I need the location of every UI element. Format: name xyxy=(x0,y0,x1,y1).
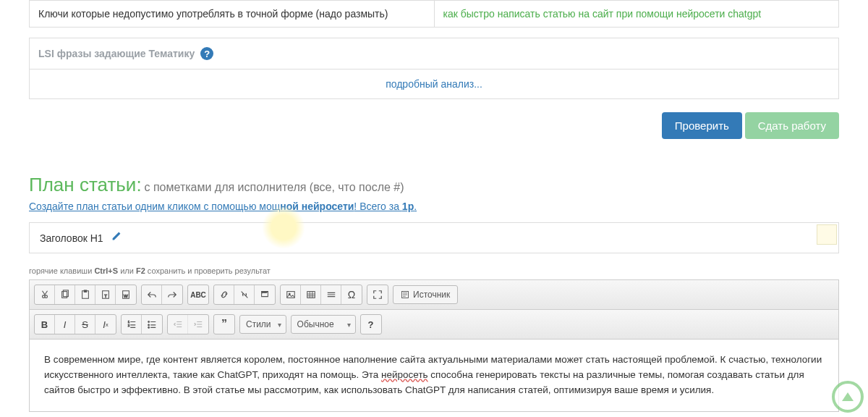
svg-point-16 xyxy=(148,327,150,328)
format-dropdown[interactable]: Обычное xyxy=(291,315,356,334)
numbered-list-icon[interactable]: 12 xyxy=(122,315,142,334)
anchor-icon[interactable] xyxy=(255,285,275,304)
hot-pre: горячие клавиши xyxy=(29,266,94,275)
cut-icon[interactable] xyxy=(35,285,55,304)
unlink-icon[interactable] xyxy=(234,285,255,304)
plan-title: План статьи: xyxy=(29,174,142,195)
undo-icon[interactable] xyxy=(142,285,162,304)
plan-link-bold: ной нейросети xyxy=(280,201,354,212)
strike-icon[interactable]: S xyxy=(75,315,95,334)
svg-rect-10 xyxy=(307,292,315,298)
scroll-to-top-button[interactable] xyxy=(832,381,864,413)
hot-k2: F2 xyxy=(136,266,145,275)
svg-point-15 xyxy=(148,324,150,326)
copy-icon[interactable] xyxy=(55,285,75,304)
bold-icon[interactable]: B xyxy=(35,315,55,334)
svg-point-14 xyxy=(148,321,150,322)
thumbnail-icon[interactable] xyxy=(817,224,837,245)
hr-icon[interactable] xyxy=(321,285,341,304)
help-icon[interactable]: ? xyxy=(200,47,213,60)
svg-rect-3 xyxy=(84,290,87,292)
svg-text:2: 2 xyxy=(127,324,129,327)
paste-icon[interactable] xyxy=(75,285,95,304)
create-plan-link[interactable]: Создайте план статьи одним кликом с помо… xyxy=(29,201,417,212)
svg-rect-8 xyxy=(286,292,294,298)
plan-subtitle: с пометками для исполнителя (все, что по… xyxy=(145,181,404,193)
styles-label: Стили xyxy=(246,319,271,329)
rich-text-editor: T W ABC Ω xyxy=(29,279,839,412)
plan-link-text-1: Создайте план статьи одним кликом с помо… xyxy=(29,201,280,212)
spell-error-word[interactable]: нейросеть xyxy=(381,369,428,380)
hot-mid: или xyxy=(118,266,136,275)
hotkeys-hint: горячие клавиши Ctrl+S или F2 сохранить … xyxy=(29,266,839,275)
spellcheck-icon[interactable]: ABC xyxy=(188,285,208,304)
bullet-list-icon[interactable] xyxy=(142,315,162,334)
lsi-panel: LSI фразы задающие Тематику ? подробный … xyxy=(29,38,839,99)
plan-link-dot: . xyxy=(414,201,417,212)
keys-right-cell: как быстро написать статью на сайт при п… xyxy=(434,1,839,28)
image-icon[interactable] xyxy=(281,285,301,304)
redo-icon[interactable] xyxy=(162,285,182,304)
hot-k1: Ctrl+S xyxy=(94,266,118,275)
lsi-title: LSI фразы задающие Тематику xyxy=(38,48,195,59)
hot-post: сохранить и проверить результат xyxy=(145,266,271,275)
lsi-header: LSI фразы задающие Тематику ? xyxy=(30,38,838,69)
table-icon[interactable] xyxy=(301,285,321,304)
maximize-icon[interactable] xyxy=(367,285,388,304)
blockquote-icon[interactable]: ” xyxy=(214,315,234,334)
article-plan-section: План статьи: с пометками для исполнителя… xyxy=(29,174,839,412)
keys-left-cell: Ключи которые недопустимо употреблять в … xyxy=(30,1,435,28)
specialchar-icon[interactable]: Ω xyxy=(341,285,362,304)
styles-dropdown[interactable]: Стили xyxy=(239,315,286,334)
editor-toolbar-row1: T W ABC Ω xyxy=(30,280,838,310)
paste-text-icon[interactable]: T xyxy=(95,285,116,304)
indent-icon[interactable] xyxy=(188,315,208,334)
remove-format-icon[interactable]: Ix xyxy=(95,315,116,334)
source-label: Источник xyxy=(413,290,450,300)
svg-text:T: T xyxy=(104,293,107,298)
lsi-analysis-link[interactable]: подробный анализ... xyxy=(30,69,838,98)
paste-word-icon[interactable]: W xyxy=(116,285,136,304)
edit-icon[interactable] xyxy=(111,232,121,244)
outdent-icon[interactable] xyxy=(168,315,188,334)
editor-content[interactable]: В современном мире, где контент является… xyxy=(30,340,838,411)
h1-label: Заголовок H1 xyxy=(40,232,103,244)
svg-text:W: W xyxy=(124,293,128,298)
plan-link-text-2: ! Всего за xyxy=(354,201,401,212)
keys-table: Ключи которые недопустимо употреблять в … xyxy=(29,0,839,28)
format-label: Обычное xyxy=(297,319,334,329)
submit-button[interactable]: Сдать работу xyxy=(745,112,839,139)
italic-icon[interactable]: I xyxy=(55,315,75,334)
h1-heading-box: Заголовок H1 xyxy=(29,222,839,253)
plan-link-price: 1р xyxy=(402,201,414,212)
source-button[interactable]: Источник xyxy=(393,285,458,304)
link-icon[interactable] xyxy=(214,285,234,304)
action-buttons: Проверить Сдать работу xyxy=(29,112,839,139)
about-icon[interactable]: ? xyxy=(361,315,381,334)
check-button[interactable]: Проверить xyxy=(662,112,742,139)
editor-toolbar-row2: B I S Ix 12 ” Стили Обычное xyxy=(30,310,838,340)
